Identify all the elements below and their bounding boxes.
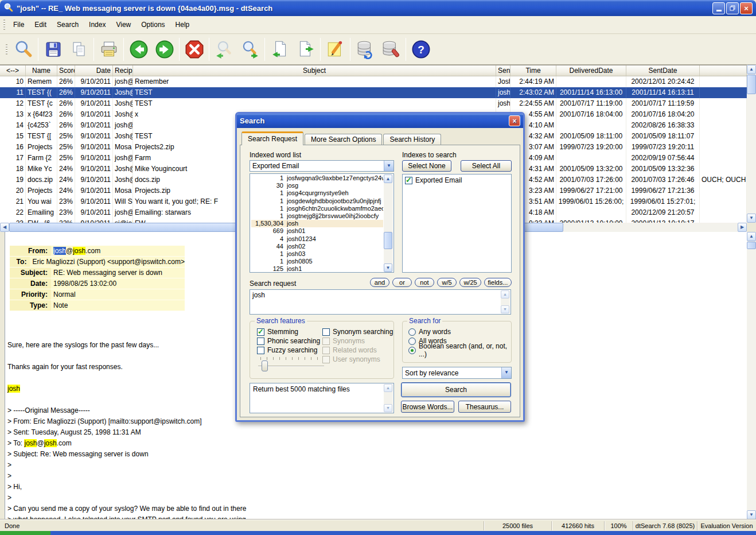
toolbar-search-forward-button[interactable] — [237, 36, 263, 63]
menu-item-edit[interactable]: Edit — [29, 19, 52, 30]
toolbar-copy-button[interactable] — [66, 36, 92, 63]
toolbar-help-button[interactable]: ? — [408, 36, 434, 63]
menu-item-file[interactable]: File — [8, 19, 29, 30]
checkbox-icon[interactable] — [257, 328, 264, 336]
request-scrollbar[interactable]: ▲ ▼ — [501, 290, 510, 313]
toolbar-forward-button[interactable] — [151, 36, 177, 63]
word-list-item[interactable]: 1josh0805 — [251, 258, 383, 265]
preview-vscroll-thumb[interactable] — [747, 242, 756, 249]
table-row[interactable]: 11TEST {(26%9/10/2011Josh@.TESTjosh(2:43… — [0, 87, 747, 98]
word-list-scroll-down-icon[interactable]: ▼ — [384, 263, 392, 272]
radio-icon[interactable] — [408, 347, 416, 354]
word-list-item[interactable]: 1josg4cqurgrnystye9eh — [251, 189, 383, 197]
column-header-num[interactable]: <--> — [0, 65, 26, 76]
operator-w25-button[interactable]: w/25 — [459, 278, 481, 287]
word-list-item[interactable]: 1josgh6chtn2cuuolickwbamfmo2aeocg — [251, 205, 383, 212]
table-vertical-scrollbar[interactable]: ▲ ▼ — [747, 65, 756, 223]
thesaurus-button[interactable]: Thesaurus... — [458, 401, 511, 413]
select-all-button[interactable]: Select All — [461, 160, 512, 172]
column-header-extra[interactable] — [700, 65, 747, 76]
menu-item-search[interactable]: Search — [52, 19, 84, 30]
word-list-item[interactable]: 669josh01 — [251, 227, 383, 235]
search-button[interactable]: Search — [401, 382, 511, 397]
toolbar-update-index-button[interactable] — [352, 36, 378, 63]
toolbar-search-back-button[interactable] — [211, 36, 237, 63]
tab-more-search-options[interactable]: More Search Options — [305, 134, 382, 145]
restore-button[interactable] — [726, 2, 739, 14]
preview-scroll-up-icon[interactable]: ▲ — [747, 232, 756, 241]
table-vscroll-thumb[interactable] — [747, 75, 756, 94]
word-list-item[interactable]: 44josh02 — [251, 243, 383, 250]
radio-icon[interactable] — [408, 338, 416, 345]
fuzziness-slider[interactable] — [257, 357, 332, 372]
return-scroll-down-icon[interactable]: ▼ — [384, 404, 392, 412]
toolbar-previous-document-button[interactable] — [267, 36, 293, 63]
minimize-button[interactable] — [712, 2, 725, 14]
sort-combo[interactable]: Sort by relevance ▼ — [402, 367, 512, 379]
checkbox-icon[interactable] — [257, 338, 264, 345]
radio-any-words[interactable]: Any words — [408, 328, 451, 336]
column-header-name[interactable]: Name — [26, 65, 57, 76]
word-list-item[interactable]: 4josh01234 — [251, 235, 383, 243]
toolbar-edit-document-button[interactable] — [322, 36, 348, 63]
chevron-down-icon[interactable]: ▼ — [501, 367, 511, 378]
operator-and-button[interactable]: and — [370, 278, 389, 287]
word-list-item[interactable]: 1josgtnejg8jj2brsvwue0ihj2ioobcfy — [251, 212, 383, 220]
operator-or-button[interactable]: or — [392, 278, 412, 287]
scroll-left-icon[interactable]: ◀ — [0, 223, 9, 232]
column-header-sender[interactable]: Sende — [496, 65, 511, 76]
slider-thumb[interactable] — [262, 360, 268, 371]
close-button[interactable]: × — [740, 2, 753, 14]
column-header-date[interactable]: Date — [75, 65, 113, 76]
column-header-time[interactable]: Time — [511, 65, 556, 76]
scroll-up-icon[interactable]: ▲ — [747, 65, 756, 74]
scroll-right-icon[interactable]: ▶ — [738, 223, 747, 232]
table-row[interactable]: 10Remem26%9/10/2011josh@j(RememberJosh2:… — [0, 76, 747, 87]
table-row[interactable]: 12TEST {c26%9/10/2011Josh@.TESTjosh(2:24… — [0, 98, 747, 109]
toolbar-back-button[interactable] — [126, 36, 151, 63]
chevron-down-icon[interactable]: ▼ — [384, 161, 393, 171]
word-list-item[interactable]: 125josh1 — [251, 265, 383, 272]
column-header-score[interactable]: Score — [57, 65, 75, 76]
word-list-item[interactable]: 1josh03 — [251, 250, 383, 258]
scroll-down-icon[interactable]: ▼ — [747, 214, 756, 223]
operator-fields-button[interactable]: fields... — [484, 278, 512, 287]
checkbox-icon[interactable] — [405, 177, 412, 184]
radio-boolean-search-and-or-not-[interactable]: Boolean search (and, or, not, ...) — [408, 346, 511, 354]
word-list-scroll-up-icon[interactable]: ▲ — [384, 175, 392, 183]
preview-vertical-scrollbar[interactable]: ▲ ▼ — [747, 232, 756, 520]
index-item[interactable]: Exported Email — [403, 175, 511, 186]
column-header-recipient[interactable]: Recipien — [113, 65, 133, 76]
checkbox-fuzzy-searching[interactable]: Fuzzy searching — [257, 346, 317, 354]
menu-item-help[interactable]: Help — [170, 19, 195, 30]
word-list-scrollbar[interactable]: ▲ ▼ — [384, 175, 393, 272]
toolbar-stop-button[interactable] — [181, 36, 207, 63]
column-header-subject[interactable]: Subject — [133, 65, 496, 76]
checkbox-icon[interactable] — [257, 347, 264, 354]
operator-not-button[interactable]: not — [415, 278, 434, 287]
browse-words-button[interactable]: Browse Words... — [401, 401, 454, 413]
checkbox-icon[interactable] — [322, 328, 330, 336]
search-dialog-close-button[interactable]: × — [509, 115, 520, 126]
menu-item-view[interactable]: View — [111, 19, 136, 30]
word-list-item[interactable]: 1,530,304josh — [251, 220, 383, 227]
column-header-delivered[interactable]: DeliveredDate — [556, 65, 626, 76]
word-list-item[interactable]: 1josfwgqna9c9axbbe1z7engctys24vh8 — [251, 175, 383, 182]
toolbar-search-button[interactable] — [10, 36, 36, 63]
menu-item-index[interactable]: Index — [84, 19, 111, 30]
checkbox-stemming[interactable]: Stemming — [257, 328, 298, 336]
tab-search-history[interactable]: Search History — [383, 134, 441, 145]
request-scroll-down-icon[interactable]: ▼ — [501, 305, 509, 313]
preview-scroll-down-icon[interactable]: ▼ — [747, 510, 756, 520]
word-list-scroll-thumb[interactable] — [384, 232, 392, 249]
column-header-sent[interactable]: SentDate — [626, 65, 700, 76]
tab-search-request[interactable]: Search Request — [241, 131, 303, 145]
select-none-button[interactable]: Select None — [402, 160, 451, 172]
checkbox-synonyms[interactable]: Synonyms — [322, 337, 365, 345]
checkbox-phonic-searching[interactable]: Phonic searching — [257, 337, 320, 345]
indexed-word-list-combo[interactable]: Exported Email ▼ — [250, 160, 394, 172]
toolbar-print-button[interactable] — [96, 36, 122, 63]
indexes-list[interactable]: Exported Email — [402, 174, 512, 273]
toolbar-next-document-button[interactable] — [293, 36, 318, 63]
radio-icon[interactable] — [408, 328, 416, 336]
